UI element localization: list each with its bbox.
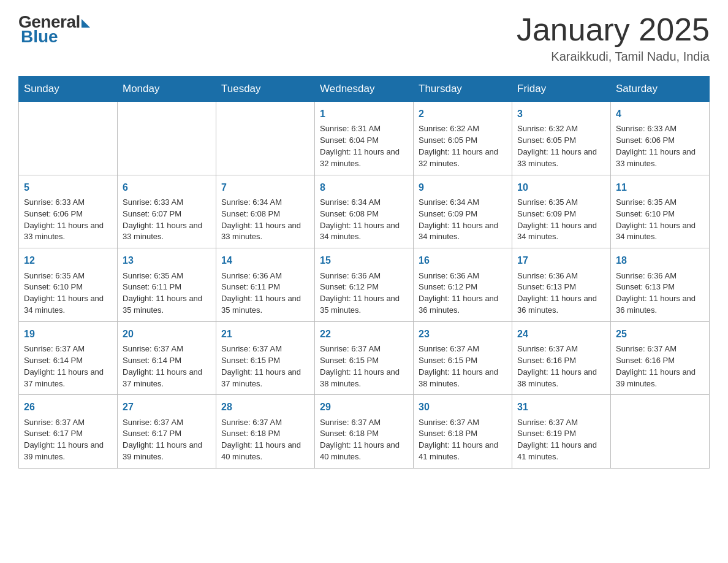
- day-info-text: Daylight: 11 hours and 36 minutes.: [419, 293, 507, 316]
- day-info-text: Daylight: 11 hours and 34 minutes.: [616, 220, 704, 243]
- day-number: 3: [517, 107, 605, 121]
- day-info-text: Sunset: 6:10 PM: [616, 209, 704, 220]
- day-number: 8: [320, 180, 408, 194]
- day-number: 12: [24, 253, 112, 267]
- day-number: 27: [123, 400, 211, 414]
- day-info-text: Sunrise: 6:32 AM: [419, 123, 507, 135]
- day-info-text: Sunrise: 6:37 AM: [419, 417, 507, 429]
- calendar-cell: 30Sunrise: 6:37 AMSunset: 6:18 PMDayligh…: [414, 395, 512, 469]
- day-info-text: Sunrise: 6:36 AM: [221, 270, 309, 282]
- calendar-cell: 28Sunrise: 6:37 AMSunset: 6:18 PMDayligh…: [216, 395, 315, 469]
- calendar-cell: 31Sunrise: 6:37 AMSunset: 6:19 PMDayligh…: [512, 395, 611, 469]
- day-info-text: Daylight: 11 hours and 33 minutes.: [616, 147, 704, 170]
- day-number: 17: [517, 253, 605, 267]
- day-info-text: Daylight: 11 hours and 37 minutes.: [221, 367, 309, 390]
- day-info-text: Sunset: 6:07 PM: [123, 209, 211, 220]
- calendar-cell: 27Sunrise: 6:37 AMSunset: 6:17 PMDayligh…: [118, 395, 216, 469]
- logo-blue-text: Blue: [21, 27, 58, 47]
- day-info-text: Sunset: 6:12 PM: [419, 282, 507, 293]
- day-info-text: Daylight: 11 hours and 32 minutes.: [320, 147, 408, 170]
- day-info-text: Daylight: 11 hours and 39 minutes.: [616, 367, 704, 390]
- day-info-text: Sunset: 6:15 PM: [221, 355, 309, 367]
- day-info-text: Daylight: 11 hours and 40 minutes.: [221, 440, 309, 463]
- calendar-cell: 18Sunrise: 6:36 AMSunset: 6:13 PMDayligh…: [611, 248, 710, 322]
- day-info-text: Daylight: 11 hours and 37 minutes.: [123, 367, 211, 390]
- day-info-text: Daylight: 11 hours and 33 minutes.: [24, 220, 112, 243]
- day-number: 11: [616, 180, 704, 194]
- day-info-text: Daylight: 11 hours and 34 minutes.: [320, 220, 408, 243]
- day-info-text: Sunrise: 6:34 AM: [221, 197, 309, 209]
- calendar-cell: 25Sunrise: 6:37 AMSunset: 6:16 PMDayligh…: [611, 321, 710, 395]
- title-area: January 2025 Karaikkudi, Tamil Nadu, Ind…: [517, 12, 710, 64]
- day-of-week-header: Sunday: [19, 77, 118, 102]
- day-info-text: Sunset: 6:14 PM: [123, 355, 211, 367]
- calendar-week-row: 12Sunrise: 6:35 AMSunset: 6:10 PMDayligh…: [19, 248, 710, 322]
- location-subtitle: Karaikkudi, Tamil Nadu, India: [517, 50, 710, 64]
- calendar-cell: 7Sunrise: 6:34 AMSunset: 6:08 PMDaylight…: [216, 175, 315, 248]
- day-info-text: Daylight: 11 hours and 37 minutes.: [24, 367, 112, 390]
- calendar-cell: [611, 395, 710, 469]
- calendar-cell: 16Sunrise: 6:36 AMSunset: 6:12 PMDayligh…: [414, 248, 512, 322]
- day-number: 14: [221, 253, 309, 267]
- day-info-text: Sunrise: 6:34 AM: [320, 197, 408, 209]
- month-title: January 2025: [517, 12, 710, 47]
- day-info-text: Sunrise: 6:35 AM: [24, 270, 112, 282]
- calendar-cell: 19Sunrise: 6:37 AMSunset: 6:14 PMDayligh…: [19, 321, 118, 395]
- day-info-text: Sunset: 6:13 PM: [616, 282, 704, 293]
- day-info-text: Daylight: 11 hours and 38 minutes.: [517, 367, 605, 390]
- day-of-week-header: Friday: [512, 77, 611, 102]
- day-info-text: Sunset: 6:09 PM: [517, 209, 605, 220]
- day-of-week-header: Thursday: [414, 77, 512, 102]
- day-info-text: Sunrise: 6:35 AM: [616, 197, 704, 209]
- day-info-text: Daylight: 11 hours and 40 minutes.: [320, 440, 408, 463]
- day-info-text: Sunrise: 6:37 AM: [24, 417, 112, 429]
- calendar-cell: 4Sunrise: 6:33 AMSunset: 6:06 PMDaylight…: [611, 102, 710, 175]
- day-info-text: Sunrise: 6:33 AM: [616, 123, 704, 135]
- day-info-text: Sunrise: 6:33 AM: [123, 197, 211, 209]
- calendar-cell: [19, 102, 118, 175]
- day-info-text: Sunset: 6:10 PM: [24, 282, 112, 293]
- day-info-text: Daylight: 11 hours and 32 minutes.: [419, 147, 507, 170]
- day-info-text: Sunrise: 6:37 AM: [24, 343, 112, 355]
- calendar-cell: 2Sunrise: 6:32 AMSunset: 6:05 PMDaylight…: [414, 102, 512, 175]
- day-info-text: Daylight: 11 hours and 41 minutes.: [419, 440, 507, 463]
- day-info-text: Sunset: 6:11 PM: [221, 282, 309, 293]
- day-info-text: Sunrise: 6:34 AM: [419, 197, 507, 209]
- day-info-text: Sunset: 6:08 PM: [320, 209, 408, 220]
- day-number: 26: [24, 400, 112, 414]
- day-of-week-header: Tuesday: [216, 77, 315, 102]
- calendar-week-row: 19Sunrise: 6:37 AMSunset: 6:14 PMDayligh…: [19, 321, 710, 395]
- day-number: 10: [517, 180, 605, 194]
- calendar-cell: 20Sunrise: 6:37 AMSunset: 6:14 PMDayligh…: [118, 321, 216, 395]
- day-info-text: Sunrise: 6:36 AM: [616, 270, 704, 282]
- logo: General Blue: [18, 12, 90, 47]
- day-info-text: Sunset: 6:17 PM: [123, 428, 211, 440]
- day-info-text: Sunset: 6:05 PM: [517, 135, 605, 147]
- day-info-text: Sunrise: 6:31 AM: [320, 123, 408, 135]
- day-info-text: Sunrise: 6:35 AM: [123, 270, 211, 282]
- day-info-text: Sunrise: 6:36 AM: [320, 270, 408, 282]
- day-info-text: Daylight: 11 hours and 39 minutes.: [123, 440, 211, 463]
- calendar-cell: 12Sunrise: 6:35 AMSunset: 6:10 PMDayligh…: [19, 248, 118, 322]
- day-info-text: Daylight: 11 hours and 38 minutes.: [419, 367, 507, 390]
- calendar-cell: 22Sunrise: 6:37 AMSunset: 6:15 PMDayligh…: [315, 321, 414, 395]
- calendar-cell: 1Sunrise: 6:31 AMSunset: 6:04 PMDaylight…: [315, 102, 414, 175]
- day-number: 7: [221, 180, 309, 194]
- day-number: 30: [419, 400, 507, 414]
- calendar-cell: 8Sunrise: 6:34 AMSunset: 6:08 PMDaylight…: [315, 175, 414, 248]
- day-number: 9: [419, 180, 507, 194]
- day-info-text: Daylight: 11 hours and 33 minutes.: [517, 147, 605, 170]
- day-number: 2: [419, 107, 507, 121]
- day-number: 20: [123, 327, 211, 341]
- day-info-text: Daylight: 11 hours and 38 minutes.: [320, 367, 408, 390]
- day-number: 5: [24, 180, 112, 194]
- day-info-text: Daylight: 11 hours and 34 minutes.: [419, 220, 507, 243]
- calendar-cell: 17Sunrise: 6:36 AMSunset: 6:13 PMDayligh…: [512, 248, 611, 322]
- calendar-cell: 26Sunrise: 6:37 AMSunset: 6:17 PMDayligh…: [19, 395, 118, 469]
- day-number: 19: [24, 327, 112, 341]
- day-info-text: Sunrise: 6:35 AM: [517, 197, 605, 209]
- day-info-text: Sunrise: 6:36 AM: [419, 270, 507, 282]
- day-info-text: Daylight: 11 hours and 34 minutes.: [517, 220, 605, 243]
- calendar-week-row: 5Sunrise: 6:33 AMSunset: 6:06 PMDaylight…: [19, 175, 710, 248]
- day-info-text: Daylight: 11 hours and 36 minutes.: [517, 293, 605, 316]
